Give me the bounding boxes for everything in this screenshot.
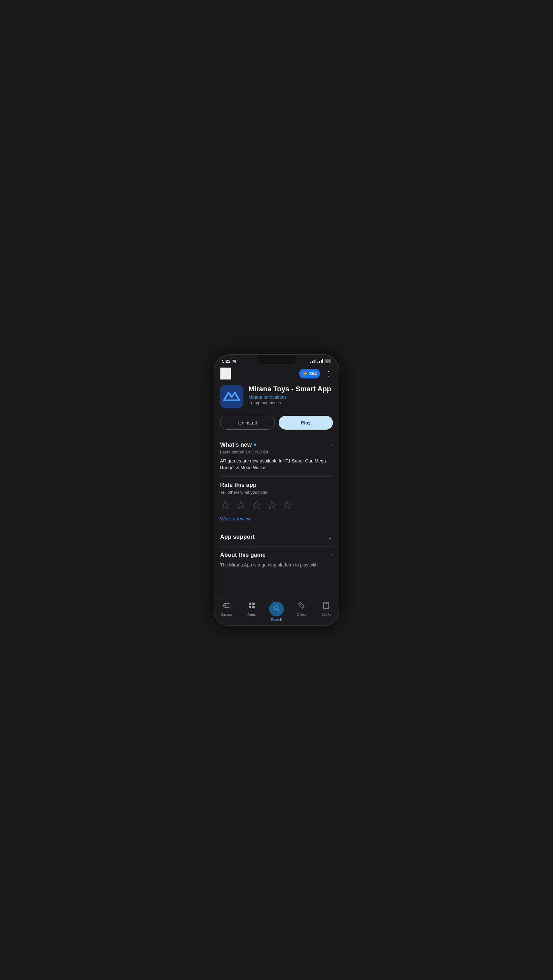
books-icon xyxy=(322,601,330,611)
whats-new-header: What's new → xyxy=(220,442,333,448)
offers-label: Offers xyxy=(296,612,306,616)
svg-rect-10 xyxy=(249,603,251,605)
svg-line-15 xyxy=(278,609,279,611)
rate-section: Rate this app Tell others what you think… xyxy=(214,477,339,528)
star-4[interactable]: ☆ xyxy=(266,499,277,511)
app-developer[interactable]: Mirana Innovations xyxy=(249,395,333,400)
battery-display: 60 xyxy=(325,359,331,363)
app-icon xyxy=(220,385,243,408)
svg-rect-12 xyxy=(249,606,251,608)
phone-shell: 5:22 M 60 ← xyxy=(214,354,339,626)
write-review-link[interactable]: Write a review xyxy=(220,516,333,522)
app-title: Mirana Toys - Smart App xyxy=(249,385,333,393)
search-label: Search xyxy=(271,618,282,622)
rate-subtitle: Tell others what you think xyxy=(220,490,333,495)
google-play-icon xyxy=(301,370,308,377)
star-1[interactable]: ☆ xyxy=(220,499,230,511)
about-title: About this game xyxy=(220,552,266,558)
app-info: Mirana Toys - Smart App Mirana Innovatio… xyxy=(249,385,333,405)
bottom-navigation: Games Apps xyxy=(214,599,339,625)
app-support-title: App support xyxy=(220,534,255,540)
nav-item-offers[interactable]: Offers xyxy=(289,599,314,625)
points-badge[interactable]: 354 xyxy=(299,369,320,379)
app-header: Mirana Toys - Smart App Mirana Innovatio… xyxy=(214,382,339,413)
whats-new-description: AR games are now available for F1 Super … xyxy=(220,458,333,471)
apps-icon xyxy=(248,601,255,611)
offers-icon xyxy=(298,601,305,611)
search-active-circle xyxy=(269,601,284,616)
whats-new-date: Last updated 19 Oct 2024 xyxy=(220,450,333,454)
nav-item-apps[interactable]: Apps xyxy=(239,599,264,625)
uninstall-button[interactable]: Uninstall xyxy=(220,416,275,430)
about-header: About this game → xyxy=(220,552,333,558)
content-scroll[interactable]: Mirana Toys - Smart App Mirana Innovatio… xyxy=(214,382,339,599)
games-label: Games xyxy=(221,612,232,616)
time-display: 5:22 xyxy=(222,359,230,364)
star-2[interactable]: ☆ xyxy=(236,499,246,511)
more-options-button[interactable]: ⋮ xyxy=(324,368,333,379)
new-indicator-dot xyxy=(253,444,256,446)
apps-label: Apps xyxy=(247,612,255,616)
action-buttons: Uninstall Play xyxy=(214,413,339,436)
back-button[interactable]: ← xyxy=(220,368,231,380)
search-icon xyxy=(273,605,280,613)
play-button[interactable]: Play xyxy=(279,416,333,430)
books-label: Books xyxy=(321,612,331,616)
svg-point-8 xyxy=(228,605,228,605)
nav-item-books[interactable]: Books xyxy=(314,599,339,625)
star-3[interactable]: ☆ xyxy=(251,499,261,511)
points-value: 354 xyxy=(309,371,317,376)
whats-new-section: What's new → Last updated 19 Oct 2024 AR… xyxy=(214,436,339,476)
nav-item-games[interactable]: Games xyxy=(214,599,239,625)
star-5[interactable]: ☆ xyxy=(282,499,292,511)
gmail-icon: M xyxy=(232,359,236,364)
support-chevron-icon: ⌄ xyxy=(327,533,333,541)
signal-bars xyxy=(310,359,316,363)
svg-rect-11 xyxy=(252,603,255,605)
whats-new-title: What's new xyxy=(220,442,256,448)
phone-screen: 5:22 M 60 ← xyxy=(214,355,339,625)
whats-new-arrow[interactable]: → xyxy=(327,442,333,448)
notch xyxy=(257,355,296,364)
app-support-section[interactable]: App support ⌄ xyxy=(214,528,339,546)
svg-point-16 xyxy=(300,604,301,605)
top-navigation: ← 354 ⋮ xyxy=(214,365,339,382)
about-arrow[interactable]: → xyxy=(327,552,333,558)
stars-row: ☆ ☆ ☆ ☆ ☆ xyxy=(220,499,333,511)
svg-rect-13 xyxy=(252,606,255,608)
about-section: About this game → The Mirana App is a ga… xyxy=(214,547,339,574)
rate-title: Rate this app xyxy=(220,482,333,488)
about-text: The Mirana App is a gaming platform to p… xyxy=(220,562,333,568)
app-purchases: In-app purchases xyxy=(249,400,333,405)
svg-point-9 xyxy=(228,605,229,606)
games-icon xyxy=(223,601,231,611)
nav-item-search[interactable]: Search xyxy=(264,599,289,625)
signal-bars-2 xyxy=(317,359,323,363)
